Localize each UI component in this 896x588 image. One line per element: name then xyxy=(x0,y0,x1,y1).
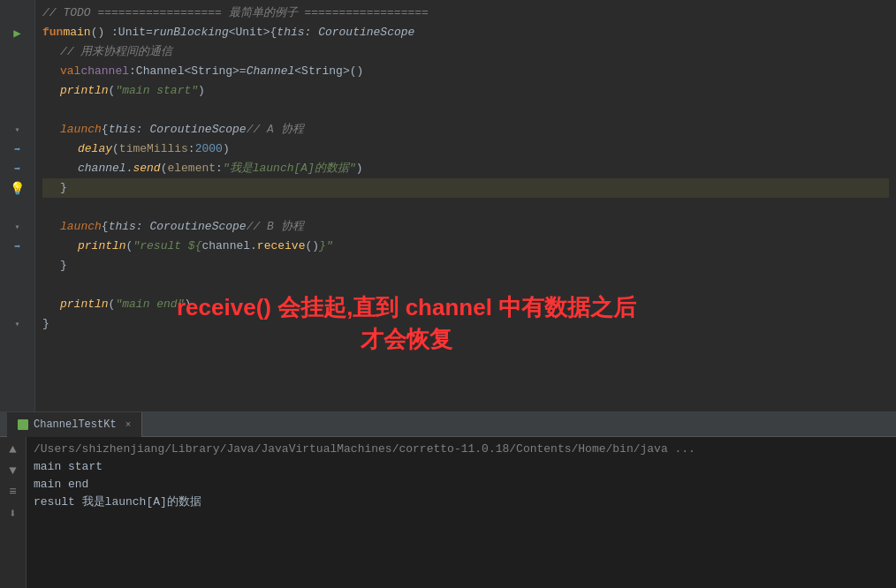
kotlin-file-icon xyxy=(18,419,28,430)
code-line-2: // 用来协程间的通信 xyxy=(42,42,889,62)
code-line-11: launch { this: CoroutineScope // B 协程 xyxy=(42,217,889,237)
gutter-row-16[interactable]: ▾ xyxy=(0,314,35,334)
arrow-icon[interactable]: ➡ xyxy=(11,139,25,159)
token-1-6: <Unit> xyxy=(229,23,270,42)
scroll-down-button[interactable]: ▼ xyxy=(4,462,22,479)
wrap-button[interactable]: ≡ xyxy=(4,483,22,501)
tab-label: ChannelTestKt xyxy=(34,418,117,431)
terminal-line-3: result 我是launch[A]的数据 xyxy=(34,494,889,511)
gutter-row-4 xyxy=(0,81,35,101)
token-8-7: ) xyxy=(356,159,363,178)
token-3-3: Channel<String> xyxy=(136,62,239,81)
token-11-2: this: CoroutineScope xyxy=(109,217,247,237)
fold-icon[interactable]: ▾ xyxy=(11,314,25,334)
token-13-0: } xyxy=(60,256,67,275)
scroll-up-button[interactable]: ▲ xyxy=(4,441,22,458)
gutter-row-12[interactable]: ➡ xyxy=(0,237,35,256)
token-12-3: channel. xyxy=(201,237,256,256)
token-7-3: : xyxy=(188,139,195,159)
token-7-5: ) xyxy=(223,139,230,159)
token-12-2: "result ${ xyxy=(133,237,201,256)
code-line-12: println("result ${channel.receive()}" xyxy=(42,237,889,256)
gutter-row-10 xyxy=(0,198,35,217)
arrow-icon[interactable]: ➡ xyxy=(11,237,25,256)
terminal-gutter: ▲▼≡⬇ xyxy=(0,437,27,588)
token-8-0: channel xyxy=(78,159,126,178)
token-4-1: ( xyxy=(109,81,116,101)
token-1-3: Unit xyxy=(118,23,146,42)
token-6-1: { xyxy=(102,120,109,139)
token-7-0: delay xyxy=(78,139,112,159)
code-line-0: // TODO ================== 最简单的例子 ======… xyxy=(42,4,889,23)
token-16-0: } xyxy=(42,314,49,334)
token-3-0: val xyxy=(60,62,80,81)
token-15-2: "main end" xyxy=(115,295,184,314)
token-8-1: . xyxy=(126,159,133,178)
terminal-area: ▲▼≡⬇ /Users/shizhenjiang/Library/Java/Ja… xyxy=(0,437,896,588)
gutter-row-5 xyxy=(0,101,35,120)
code-line-15: println("main end") xyxy=(42,295,889,314)
token-15-0: println xyxy=(60,295,109,314)
token-15-1: ( xyxy=(109,295,116,314)
token-12-4: receive xyxy=(257,237,306,256)
terminal-line-4 xyxy=(34,511,889,529)
editor-area: ▶▾➡➡💡▾➡▾ // TODO ================== 最简单的… xyxy=(0,0,896,411)
token-11-1: { xyxy=(102,217,109,237)
token-12-5: () xyxy=(305,237,319,256)
token-3-2: : xyxy=(129,62,136,81)
token-1-8: this: CoroutineScope xyxy=(277,23,414,42)
token-8-4: element xyxy=(167,159,216,178)
code-line-10 xyxy=(42,198,889,217)
gutter-row-7[interactable]: ➡ xyxy=(0,139,35,159)
gutter-row-0 xyxy=(0,4,35,23)
save-output-button[interactable]: ⬇ xyxy=(4,504,22,522)
token-3-1: channel xyxy=(80,62,129,81)
code-line-9: } xyxy=(42,178,889,198)
code-line-4: println("main start") xyxy=(42,81,889,101)
terminal-content[interactable]: /Users/shizhenjiang/Library/Java/JavaVir… xyxy=(27,437,896,588)
run-icon[interactable]: ▶ xyxy=(11,23,25,42)
tab-bar: ChannelTestKt × xyxy=(0,412,896,437)
token-8-2: send xyxy=(133,159,160,178)
token-7-4: 2000 xyxy=(195,139,223,159)
token-3-4: = xyxy=(239,62,247,81)
token-4-2: "main start" xyxy=(115,81,198,101)
token-2-0: // 用来协程间的通信 xyxy=(60,42,172,62)
bulb-icon[interactable]: 💡 xyxy=(11,178,25,198)
tab-channel-test[interactable]: ChannelTestKt × xyxy=(7,412,142,437)
token-4-3: ) xyxy=(198,81,205,101)
gutter-row-1[interactable]: ▶ xyxy=(0,23,35,42)
code-line-1: fun main() : Unit = runBlocking<Unit> { … xyxy=(42,23,889,42)
gutter-row-2 xyxy=(0,42,35,62)
gutter-row-9[interactable]: 💡 xyxy=(0,178,35,198)
token-15-3: ) xyxy=(184,295,191,314)
terminal-line-0: /Users/shizhenjiang/Library/Java/JavaVir… xyxy=(34,441,889,458)
code-line-13: } xyxy=(42,256,889,275)
token-6-4: // A 协程 xyxy=(247,120,304,139)
bottom-panel: ChannelTestKt × ▲▼≡⬇ /Users/shizhenjiang… xyxy=(0,411,896,588)
code-area[interactable]: // TODO ================== 最简单的例子 ======… xyxy=(35,0,896,411)
tab-close-button[interactable]: × xyxy=(125,419,132,430)
token-3-6: <String>() xyxy=(294,62,363,81)
fold-icon[interactable]: ▾ xyxy=(11,120,25,139)
gutter-row-14 xyxy=(0,275,35,295)
gutter-row-6[interactable]: ▾ xyxy=(0,120,35,139)
token-8-3: ( xyxy=(161,159,168,178)
gutter-row-11[interactable]: ▾ xyxy=(0,217,35,237)
token-8-6: "我是launch[A]的数据" xyxy=(223,159,356,178)
code-line-16: } xyxy=(42,314,889,334)
token-11-0: launch xyxy=(60,217,102,237)
token-7-1: ( xyxy=(112,139,119,159)
gutter-row-8[interactable]: ➡ xyxy=(0,159,35,178)
token-11-4: // B 协程 xyxy=(247,217,304,237)
fold-icon[interactable]: ▾ xyxy=(11,217,25,237)
code-line-8: channel.send( element: "我是launch[A]的数据") xyxy=(42,159,889,178)
editor-gutter: ▶▾➡➡💡▾➡▾ xyxy=(0,0,35,411)
code-line-14 xyxy=(42,275,889,295)
token-0-0: // TODO ================== 最简单的例子 ======… xyxy=(42,4,429,23)
terminal-line-2: main end xyxy=(34,476,889,494)
token-8-5: : xyxy=(216,159,223,178)
token-12-1: ( xyxy=(126,237,133,256)
token-7-2: timeMillis xyxy=(119,139,188,159)
arrow-icon[interactable]: ➡ xyxy=(11,159,25,178)
